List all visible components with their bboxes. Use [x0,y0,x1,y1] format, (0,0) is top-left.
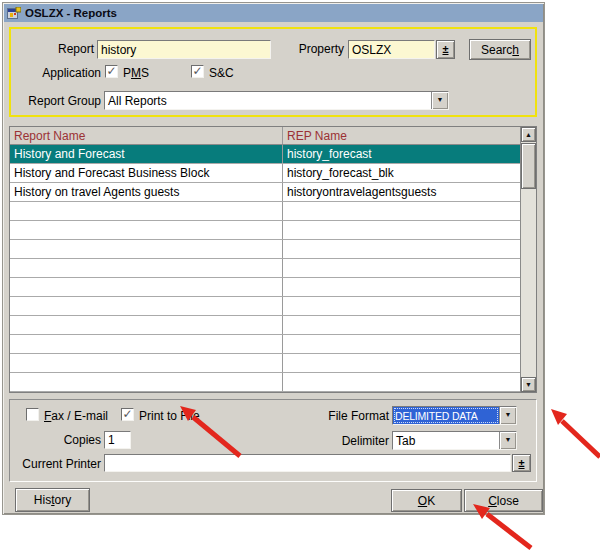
sc-label: S&C [209,66,234,80]
file-format-dropdown[interactable]: DELIMITED DATA ▼ [392,406,517,425]
rep-name-cell: history_forecast [283,145,520,163]
scrollbar-track[interactable] [521,189,536,377]
file-format-label: File Format [310,409,389,423]
file-format-dropdown-arrow-icon[interactable]: ▼ [499,407,516,424]
print-to-file-label: Print to File [139,409,200,423]
window-icon [7,7,21,20]
search-panel: Report Property ± Search Application ✓ P… [9,27,537,117]
close-button-label: C [488,494,497,508]
history-button-label: His [34,493,51,507]
table-row-empty[interactable] [10,259,520,278]
rep-name-cell: historyontravelagentsguests [283,183,520,201]
reports-table: Report Name REP Name History and Forecas… [9,126,537,393]
scrollbar-thumb[interactable] [521,143,536,189]
print-to-file-checkbox[interactable]: ✓ [121,408,134,421]
table-row-empty[interactable] [10,297,520,316]
table-row-empty[interactable] [10,278,520,297]
rep-name-cell: history_forecast_blk [283,164,520,182]
window-titlebar[interactable]: OSLZX - Reports [4,4,543,22]
property-lov-button[interactable]: ± [436,40,455,59]
search-button[interactable]: Search [469,39,531,60]
column-header-rep-name: REP Name [283,127,520,144]
report-label: Report [19,42,94,56]
application-label: Application [19,66,101,80]
copies-input[interactable] [104,431,131,449]
pms-checkbox[interactable]: ✓ [105,65,118,78]
current-printer-input[interactable] [104,454,511,472]
fax-email-checkbox[interactable] [26,408,39,421]
current-printer-label: Current Printer [19,457,101,471]
report-input[interactable] [97,40,271,59]
table-header-row: Report Name REP Name [10,127,520,145]
scroll-down-icon[interactable]: ▼ [521,377,536,392]
print-options-panel: Fax / E-mail ✓ Print to File File Format… [9,399,537,482]
close-button[interactable]: Close [464,489,543,512]
current-printer-lov-button[interactable]: ± [512,454,531,472]
table-row-empty[interactable] [10,335,520,354]
table-row-empty[interactable] [10,373,520,392]
report-group-dropdown-arrow-icon[interactable]: ▼ [431,92,448,109]
scroll-up-icon[interactable]: ▲ [521,127,536,142]
sc-check-icon: ✓ [192,65,202,78]
table-row-empty[interactable] [10,316,520,335]
table-row-empty[interactable] [10,221,520,240]
report-name-cell: History on travel Agents guests [10,183,283,201]
report-name-cell: History and Forecast [10,145,283,163]
table-row[interactable]: History and Forecast Business Block hist… [10,164,520,183]
table-row-empty[interactable] [10,202,520,221]
report-group-dropdown[interactable]: All Reports ▼ [104,91,449,110]
table-row[interactable]: History on travel Agents guests historyo… [10,183,520,202]
table-row-empty[interactable] [10,354,520,373]
history-button[interactable]: History [15,488,90,512]
annotation-arrow-file-format [551,409,600,457]
report-group-label: Report Group [19,94,101,108]
sc-checkbox[interactable]: ✓ [191,65,204,78]
search-button-label: Searc [481,43,512,57]
reports-window: OSLZX - Reports Report Property ± Search… [2,2,545,515]
copies-label: Copies [39,433,101,447]
file-format-value: DELIMITED DATA [393,407,499,424]
fax-email-label: Fax / E-mail [44,409,108,423]
delimiter-value: Tab [393,432,499,449]
window-title: OSLZX - Reports [25,7,117,19]
table-row-empty[interactable] [10,240,520,259]
delimiter-label: Delimiter [310,434,389,448]
table-row-selected[interactable]: History and Forecast history_forecast [10,145,520,164]
property-input[interactable] [348,40,435,59]
pms-check-icon: ✓ [106,65,116,78]
ok-button[interactable]: OK [391,489,462,512]
property-label: Property [281,42,344,56]
screen: OSLZX - Reports Report Property ± Search… [0,0,600,556]
report-name-cell: History and Forecast Business Block [10,164,283,182]
ok-button-label: O [418,494,427,508]
table-scrollbar[interactable]: ▲ ▼ [520,127,536,392]
column-header-report-name: Report Name [10,127,283,144]
delimiter-dropdown-arrow-icon[interactable]: ▼ [499,432,516,449]
pms-label: PMS [123,66,149,80]
print-to-file-check-icon: ✓ [122,408,132,421]
report-group-value: All Reports [105,92,431,109]
delimiter-dropdown[interactable]: Tab ▼ [392,431,517,450]
